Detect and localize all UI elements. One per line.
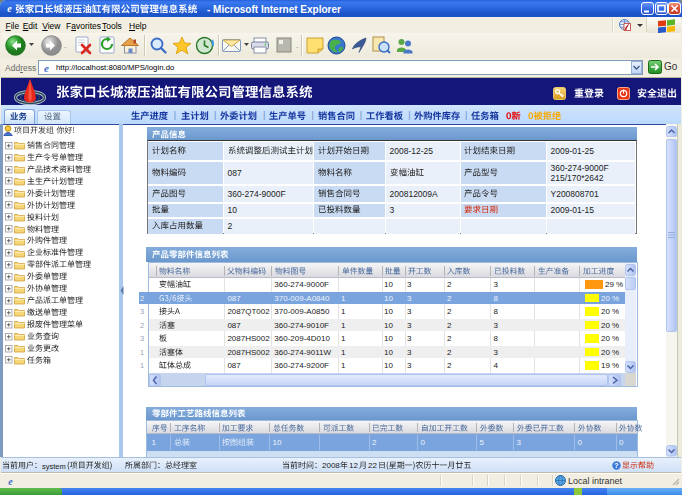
svg-text:?: ?	[614, 462, 618, 469]
svg-text:e: e	[8, 476, 13, 487]
svg-text:e: e	[7, 3, 12, 14]
svg-text:e: e	[44, 62, 49, 73]
